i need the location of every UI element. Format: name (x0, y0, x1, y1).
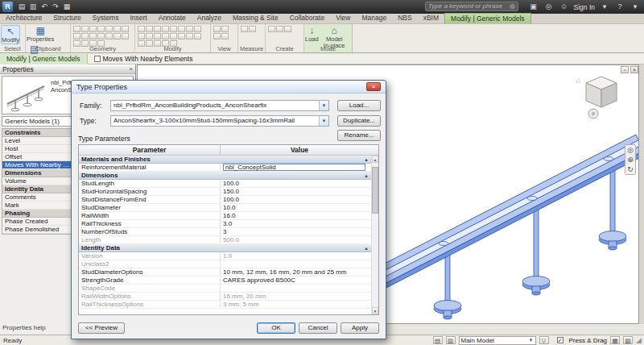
view-tool-icon[interactable] (213, 26, 221, 32)
select-links-icon[interactable]: ▦ (610, 336, 620, 344)
panel-label-geometry[interactable]: Geometry (71, 45, 134, 52)
parameter-group-row[interactable]: Dimensions▲ (79, 172, 371, 180)
geometry-tool-icon[interactable] (97, 26, 105, 32)
properties-help-link[interactable]: Properties help (2, 324, 46, 331)
geometry-tool-icon[interactable] (89, 33, 97, 39)
create-tool-icon[interactable] (284, 26, 291, 32)
communication-center-icon[interactable]: ◎ (543, 2, 555, 12)
modify-tool-icon[interactable] (162, 26, 169, 32)
ribbon-tab-structure[interactable]: Structure (47, 13, 87, 23)
value-column-header[interactable]: Value (221, 145, 378, 155)
collapse-icon[interactable]: ▲ (361, 172, 371, 179)
modify-tool-icon[interactable] (146, 33, 153, 39)
scroll-down-icon[interactable]: ▼ (372, 307, 378, 314)
design-options-icon[interactable]: ▥ (446, 336, 456, 344)
dialog-apply-button[interactable]: Apply (341, 322, 379, 334)
sign-in-button[interactable]: Sign In (574, 3, 595, 11)
modify-tool-icon[interactable] (154, 26, 161, 32)
panel-label-measure[interactable]: Measure (238, 45, 265, 52)
geometry-tool-icon[interactable] (73, 26, 80, 32)
parameter-value[interactable]: 150.0 (221, 188, 371, 195)
panel-label-mode[interactable]: Mode (304, 45, 352, 52)
preview-toggle-button[interactable]: << Preview (78, 322, 125, 334)
parameter-row[interactable]: StrengthGradeCARES approved B500C (79, 276, 371, 285)
panel-label-view[interactable]: View (211, 45, 237, 52)
parameter-group-row[interactable]: Identity Data▲ (79, 244, 371, 252)
modify-tool-icon[interactable] (138, 26, 145, 32)
parameter-row[interactable]: ShapeCode (79, 285, 371, 293)
table-scrollbar[interactable]: ▲ ▼ (371, 156, 378, 314)
parameter-value[interactable] (221, 285, 371, 292)
modify-tool-icon[interactable] (194, 26, 201, 32)
steering-wheel-icon[interactable]: ◎ (627, 145, 634, 155)
view-tool-icon[interactable] (221, 33, 229, 39)
modify-button[interactable]: ↖ Modify (1, 25, 20, 44)
scroll-up-icon[interactable]: ▲ (372, 156, 378, 163)
parameter-value[interactable]: 100.0 (221, 180, 371, 187)
parameter-row[interactable]: Version1.0 (79, 252, 371, 260)
exchange-apps-icon[interactable]: ▣ (528, 2, 539, 12)
parameter-row[interactable]: NumberOfStuds3 (79, 228, 371, 236)
scrollbar-thumb[interactable] (372, 167, 378, 214)
geometry-tool-icon[interactable] (81, 26, 89, 32)
ribbon-tab-nbs[interactable]: NBS (392, 13, 417, 23)
modify-tool-icon[interactable] (138, 33, 145, 39)
ribbon-tab-view[interactable]: View (330, 13, 356, 23)
geometry-tool-icon[interactable] (114, 26, 121, 32)
geometry-tool-icon[interactable] (114, 33, 121, 39)
sign-in-dropdown-icon[interactable]: ▾ (599, 2, 610, 12)
ribbon-tab-massing-site[interactable]: Massing & Site (227, 13, 284, 23)
parameter-row[interactable]: Uniclass2 (79, 260, 371, 268)
ribbon-tab-xbim[interactable]: xBIM (418, 13, 444, 23)
measure-tool-icon[interactable] (249, 26, 256, 32)
parameter-value[interactable]: nbl_ConceptSolid (221, 164, 371, 171)
modify-tool-icon[interactable] (186, 26, 193, 32)
properties-palette-header[interactable]: Properties × (0, 64, 135, 74)
properties-close-icon[interactable]: × (129, 65, 133, 73)
load-family-button[interactable]: Load... (337, 100, 381, 111)
ribbon-tab-analyze[interactable]: Analyze (192, 13, 227, 23)
create-tool-icon[interactable] (268, 26, 275, 32)
app-icon[interactable]: R (2, 2, 13, 12)
ribbon-tab-annotate[interactable]: Annotate (153, 13, 192, 23)
parameter-row[interactable]: Length500.0 (79, 236, 371, 244)
type-combo[interactable]: AnconShearfix_3-100x10mmStud-150mmSpacin… (110, 115, 329, 127)
panel-label-clipboard[interactable]: Clipboard (26, 45, 70, 52)
help-dropdown-icon[interactable]: ▾ (630, 2, 641, 12)
duplicate-button[interactable]: Duplicate... (337, 115, 381, 127)
press-drag-checkbox[interactable]: ✓ (557, 337, 564, 343)
geometry-tool-icon[interactable] (81, 33, 89, 39)
viewcube[interactable] (580, 73, 622, 120)
load-button[interactable]: ↓ Load (305, 25, 319, 43)
view-close-icon[interactable]: × (630, 66, 638, 73)
view-restore-icon[interactable]: ▫ (621, 66, 629, 73)
ribbon-tab-contextual[interactable]: Modify | Generic Models (444, 13, 531, 23)
parameter-row[interactable]: StudDistanceFromEnd100.0 (79, 196, 371, 204)
panel-label-modify[interactable]: Modify (135, 45, 210, 52)
parameter-value[interactable]: CARES approved B500C (221, 276, 371, 284)
modify-tool-icon[interactable] (194, 33, 201, 39)
undo-icon[interactable]: ↶ (39, 2, 50, 12)
parameter-value[interactable]: 10.0 (221, 204, 371, 211)
collapse-icon[interactable]: ▲ (361, 156, 371, 163)
panel-label-create[interactable]: Create (266, 45, 303, 52)
parameter-group-row[interactable]: Materials and Finishes▲ (79, 156, 371, 164)
search-input[interactable]: Type a keyword or phrase ◎ (425, 2, 518, 11)
parameter-row[interactable]: RailThicknessOptions3 mm, 5 mm (79, 301, 371, 309)
design-option-combo[interactable]: Main Model ▼ (459, 336, 536, 345)
panel-label-select[interactable]: Select (0, 45, 25, 52)
parameter-row[interactable]: StudHorizontalSpacing150.0 (79, 188, 371, 196)
parameter-row[interactable]: StudDiameterOptions10 mm, 12 mm, 16 mm, … (79, 268, 371, 276)
properties-button[interactable]: ▦ Properties (27, 25, 54, 43)
parameter-column-header[interactable]: Parameter (79, 145, 221, 155)
ribbon-tab-collaborate[interactable]: Collaborate (284, 13, 330, 23)
geometry-tool-icon[interactable] (122, 26, 129, 32)
collapse-icon[interactable]: ▲ (361, 244, 371, 251)
parameter-value[interactable]: 3.0 (221, 220, 371, 227)
save-icon[interactable]: ▥ (27, 2, 39, 12)
create-tool-icon[interactable] (276, 26, 283, 32)
parameter-value[interactable]: 3 mm, 5 mm (221, 301, 371, 308)
parameter-value[interactable]: 500.0 (221, 236, 371, 243)
dialog-close-button[interactable]: × (366, 82, 381, 91)
print-icon[interactable]: ▦ (61, 2, 72, 12)
